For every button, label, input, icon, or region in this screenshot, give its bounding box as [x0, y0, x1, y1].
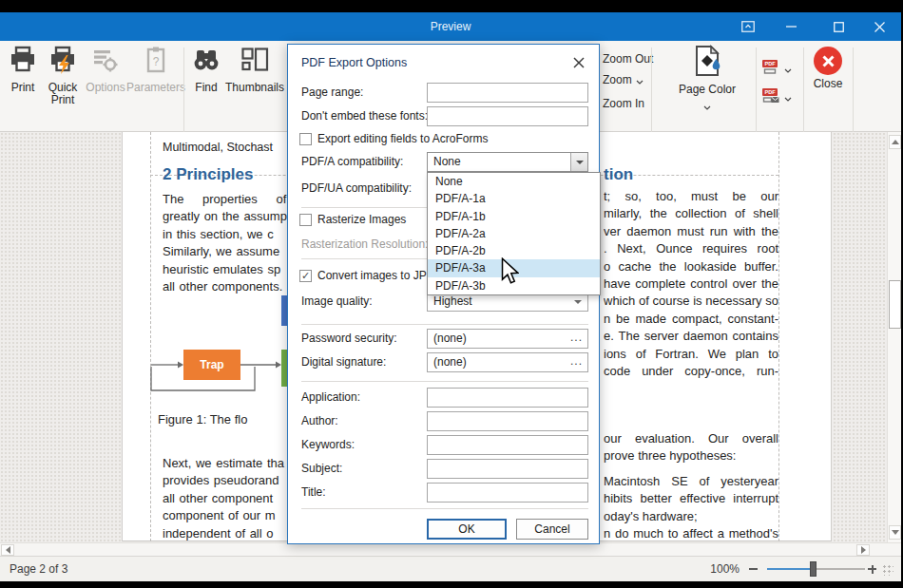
print-button[interactable]: Print — [4, 45, 42, 115]
document-text-line: greatly on the assump — [163, 208, 288, 225]
binoculars-icon — [191, 45, 221, 79]
zoom-in-button[interactable]: Zoom In — [603, 95, 644, 112]
zoom-out-button[interactable]: Zoom Out — [603, 50, 653, 67]
page-range-input[interactable] — [427, 83, 588, 103]
zoom-slider-thumb[interactable] — [810, 561, 817, 577]
window-title: Preview — [0, 12, 901, 41]
document-text-line: in this section, we c — [163, 226, 288, 243]
document-text-line: component of our m — [163, 507, 288, 524]
scroll-down-button[interactable] — [889, 525, 901, 540]
document-left-column-2: Next, we estimate thaprovides pseudorand… — [163, 455, 288, 542]
keywords-input[interactable] — [427, 435, 588, 455]
resize-grip[interactable] — [882, 564, 893, 576]
vertical-scrollbar[interactable] — [887, 132, 901, 542]
digital-signature-field[interactable]: (none) ... — [427, 352, 588, 372]
author-input[interactable] — [427, 411, 588, 431]
page-color-button[interactable]: Page Color — [671, 45, 743, 115]
document-text-line: The properties of — [163, 191, 288, 208]
chevron-down-icon — [784, 88, 792, 105]
document-heading-left: 2 Principles — [163, 165, 253, 184]
application-input[interactable] — [427, 388, 588, 408]
close-preview-button[interactable]: Close — [806, 45, 850, 115]
document-text-line: ions of Fortran. We plan to — [604, 346, 778, 363]
dialog-close-button[interactable] — [570, 54, 587, 71]
dialog-separator — [301, 381, 588, 382]
triangle-right-icon — [861, 546, 866, 554]
document-text-line: independent of all o — [163, 525, 288, 542]
pdfa-compatibility-combo[interactable]: None — [427, 152, 588, 172]
combo-dropdown-button[interactable] — [570, 153, 587, 171]
send-pdf-email-button[interactable]: PDF — [761, 86, 792, 107]
zoom-button[interactable]: Zoom — [603, 71, 644, 88]
ellipsis-button[interactable]: ... — [570, 330, 583, 346]
page-indicator: Page 2 of 3 — [10, 557, 67, 581]
quick-print-button[interactable]: Quick Print — [44, 45, 82, 115]
maximize-button[interactable] — [827, 18, 850, 35]
page-color-label: Page Color — [679, 84, 736, 96]
rasterize-checkbox[interactable] — [299, 214, 312, 226]
convert-jpeg-checkbox[interactable]: ✓ — [299, 270, 312, 282]
svg-text:PDF: PDF — [764, 61, 776, 66]
parameters-button[interactable]: ? Parameters — [129, 45, 183, 115]
triangle-down-icon — [892, 530, 899, 535]
pdfa-compatibility-value: None — [433, 155, 461, 168]
scroll-right-button[interactable] — [856, 544, 870, 556]
dropdown-item[interactable]: PDF/A-1b — [428, 208, 600, 225]
dont-embed-fonts-input[interactable] — [427, 106, 588, 126]
print-label: Print — [11, 82, 35, 94]
convert-jpeg-checkbox-row[interactable]: ✓ Convert images to JPEG — [299, 269, 443, 282]
document-text-line: all other component — [163, 490, 288, 507]
dropdown-item[interactable]: PDF/A-2a — [428, 225, 600, 242]
document-text-line: our evaluation. Our overall — [604, 430, 778, 447]
scroll-up-button[interactable] — [889, 135, 901, 149]
password-security-field[interactable]: (none) ... — [427, 329, 588, 349]
pdfa-compatibility-label: PDF/A compatibility: — [301, 155, 403, 168]
thumbnails-label: Thumbnails — [225, 82, 284, 94]
subject-label: Subject: — [301, 462, 342, 475]
chevron-down-icon — [636, 74, 644, 87]
triangle-down-icon — [574, 300, 582, 304]
ok-button[interactable]: OK — [427, 519, 507, 540]
document-text-line: Next, we estimate tha — [163, 455, 288, 472]
scroll-left-button[interactable] — [1, 544, 14, 556]
dropdown-item[interactable]: None — [428, 173, 600, 190]
export-to-pdf-button[interactable]: PDF — [761, 58, 792, 79]
acroforms-checkbox[interactable] — [299, 133, 312, 145]
pdf-email-icon: PDF — [761, 86, 779, 107]
pdf-file-icon: PDF — [761, 58, 779, 79]
horizontal-scrollbar[interactable] — [0, 542, 901, 556]
application-label: Application: — [301, 390, 360, 404]
document-text-line: oday's hardware; — [604, 508, 778, 525]
zoom-plus-icon — [872, 565, 874, 574]
title-input[interactable] — [427, 483, 588, 503]
acroforms-checkbox-row[interactable]: Export editing fields to AcroForms — [299, 132, 488, 145]
svg-text:PDF: PDF — [764, 89, 776, 95]
ellipsis-button[interactable]: ... — [570, 353, 583, 370]
rasterize-checkbox-row[interactable]: Rasterize Images — [299, 213, 406, 226]
document-text-line: provides pseudorand — [163, 472, 288, 489]
page-range-label: Page range: — [301, 85, 363, 99]
letterbox-top — [0, 0, 903, 12]
printer-icon — [8, 45, 38, 79]
zoom-minus-button[interactable] — [749, 568, 758, 570]
titlebar: Preview — [0, 12, 901, 41]
zoom-in-label: Zoom In — [603, 97, 644, 110]
page-color-icon — [690, 45, 724, 81]
figure-flowchart: Trap — [123, 283, 288, 407]
digital-signature-value: (none) — [433, 355, 467, 369]
document-text-line: n be made compact, constant- — [604, 311, 778, 328]
find-button[interactable]: Find — [188, 45, 224, 115]
vertical-scroll-thumb[interactable] — [889, 280, 901, 329]
dialog-separator — [301, 508, 588, 509]
ribbon-display-options-icon[interactable] — [737, 18, 759, 35]
minimize-button[interactable] — [779, 18, 802, 35]
page-margin-line — [778, 132, 779, 541]
svg-text:?: ? — [153, 55, 160, 68]
zoom-label: Zoom — [603, 73, 632, 86]
options-button[interactable]: Options — [84, 45, 127, 115]
close-window-button[interactable] — [868, 18, 891, 35]
cancel-button[interactable]: Cancel — [516, 519, 588, 540]
dropdown-item[interactable]: PDF/A-1a — [428, 190, 600, 207]
thumbnails-button[interactable]: Thumbnails — [226, 45, 283, 115]
subject-input[interactable] — [427, 459, 588, 479]
